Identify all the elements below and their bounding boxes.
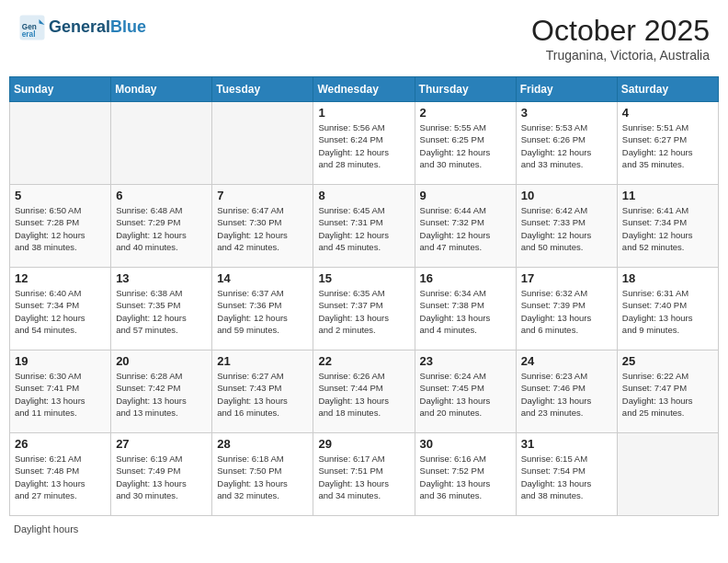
calendar-dow-wednesday: Wednesday	[313, 77, 415, 102]
calendar-cell: 21Sunrise: 6:27 AM Sunset: 7:43 PM Dayli…	[212, 350, 313, 433]
calendar-dow-thursday: Thursday	[415, 77, 516, 102]
day-info: Sunrise: 6:21 AM Sunset: 7:48 PM Dayligh…	[15, 453, 106, 501]
calendar-cell: 4Sunrise: 5:51 AM Sunset: 6:27 PM Daylig…	[617, 102, 718, 185]
calendar-cell: 2Sunrise: 5:55 AM Sunset: 6:25 PM Daylig…	[415, 102, 516, 185]
day-info: Sunrise: 6:31 AM Sunset: 7:40 PM Dayligh…	[622, 287, 713, 336]
day-number: 16	[420, 271, 511, 285]
calendar-week-row: 19Sunrise: 6:30 AM Sunset: 7:41 PM Dayli…	[10, 350, 719, 433]
day-info: Sunrise: 6:19 AM Sunset: 7:49 PM Dayligh…	[116, 453, 207, 501]
calendar-cell: 27Sunrise: 6:19 AM Sunset: 7:49 PM Dayli…	[111, 433, 212, 516]
calendar-cell: 18Sunrise: 6:31 AM Sunset: 7:40 PM Dayli…	[617, 268, 718, 350]
calendar-week-row: 26Sunrise: 6:21 AM Sunset: 7:48 PM Dayli…	[10, 433, 719, 516]
day-info: Sunrise: 6:45 AM Sunset: 7:31 PM Dayligh…	[318, 204, 409, 253]
day-number: 4	[622, 106, 713, 120]
calendar-cell: 6Sunrise: 6:48 AM Sunset: 7:29 PM Daylig…	[111, 185, 212, 268]
calendar-cell: 7Sunrise: 6:47 AM Sunset: 7:30 PM Daylig…	[212, 185, 313, 268]
day-number: 26	[15, 437, 106, 451]
logo-text: GeneralBlue	[49, 18, 146, 37]
day-info: Sunrise: 6:38 AM Sunset: 7:35 PM Dayligh…	[116, 287, 207, 336]
day-info: Sunrise: 5:51 AM Sunset: 6:27 PM Dayligh…	[622, 121, 713, 170]
calendar-week-row: 5Sunrise: 6:50 AM Sunset: 7:28 PM Daylig…	[10, 185, 719, 268]
calendar-dow-friday: Friday	[516, 77, 617, 102]
day-number: 3	[521, 106, 612, 120]
calendar-cell	[617, 433, 718, 516]
calendar-cell: 20Sunrise: 6:28 AM Sunset: 7:42 PM Dayli…	[111, 350, 212, 433]
day-number: 20	[116, 354, 207, 368]
day-info: Sunrise: 6:16 AM Sunset: 7:52 PM Dayligh…	[420, 453, 511, 501]
day-info: Sunrise: 6:35 AM Sunset: 7:37 PM Dayligh…	[318, 287, 409, 336]
day-info: Sunrise: 6:34 AM Sunset: 7:38 PM Dayligh…	[420, 287, 511, 336]
svg-text:eral: eral	[22, 30, 36, 39]
day-info: Sunrise: 6:48 AM Sunset: 7:29 PM Dayligh…	[116, 204, 207, 253]
day-info: Sunrise: 6:22 AM Sunset: 7:47 PM Dayligh…	[622, 370, 713, 419]
logo-icon: Gen eral	[18, 14, 46, 41]
day-info: Sunrise: 6:26 AM Sunset: 7:44 PM Dayligh…	[318, 370, 409, 419]
day-info: Sunrise: 6:47 AM Sunset: 7:30 PM Dayligh…	[217, 204, 308, 253]
calendar-cell: 17Sunrise: 6:32 AM Sunset: 7:39 PM Dayli…	[516, 268, 617, 350]
calendar-cell	[111, 102, 212, 185]
day-info: Sunrise: 6:17 AM Sunset: 7:51 PM Dayligh…	[318, 453, 409, 501]
daylight-label: Daylight hours	[14, 523, 78, 534]
day-number: 6	[116, 189, 207, 202]
calendar-cell: 16Sunrise: 6:34 AM Sunset: 7:38 PM Dayli…	[415, 268, 516, 350]
calendar-cell: 22Sunrise: 6:26 AM Sunset: 7:44 PM Dayli…	[313, 350, 415, 433]
day-number: 17	[521, 271, 612, 285]
calendar-cell: 10Sunrise: 6:42 AM Sunset: 7:33 PM Dayli…	[516, 185, 617, 268]
day-number: 8	[318, 189, 409, 202]
day-number: 13	[116, 271, 207, 285]
day-info: Sunrise: 6:24 AM Sunset: 7:45 PM Dayligh…	[420, 370, 511, 419]
day-number: 25	[622, 354, 713, 368]
day-info: Sunrise: 5:55 AM Sunset: 6:25 PM Dayligh…	[420, 121, 511, 170]
day-number: 5	[15, 189, 106, 202]
day-number: 21	[217, 354, 308, 368]
day-info: Sunrise: 6:42 AM Sunset: 7:33 PM Dayligh…	[521, 204, 612, 253]
calendar-cell: 14Sunrise: 6:37 AM Sunset: 7:36 PM Dayli…	[212, 268, 313, 350]
day-number: 15	[318, 271, 409, 285]
title-area: October 2025 Truganina, Victoria, Austra…	[531, 14, 710, 63]
calendar-table: SundayMondayTuesdayWednesdayThursdayFrid…	[9, 76, 719, 516]
calendar-cell: 8Sunrise: 6:45 AM Sunset: 7:31 PM Daylig…	[313, 185, 415, 268]
footer: Daylight hours	[9, 523, 719, 534]
calendar-cell: 25Sunrise: 6:22 AM Sunset: 7:47 PM Dayli…	[617, 350, 718, 433]
day-info: Sunrise: 6:27 AM Sunset: 7:43 PM Dayligh…	[217, 370, 308, 419]
day-number: 10	[521, 189, 612, 202]
day-number: 1	[318, 106, 409, 120]
calendar-week-row: 1Sunrise: 5:56 AM Sunset: 6:24 PM Daylig…	[10, 102, 719, 185]
calendar-dow-tuesday: Tuesday	[212, 77, 313, 102]
calendar-cell: 23Sunrise: 6:24 AM Sunset: 7:45 PM Dayli…	[415, 350, 516, 433]
calendar-cell: 24Sunrise: 6:23 AM Sunset: 7:46 PM Dayli…	[516, 350, 617, 433]
day-info: Sunrise: 5:53 AM Sunset: 6:26 PM Dayligh…	[521, 121, 612, 170]
day-number: 2	[420, 106, 511, 120]
calendar-cell: 1Sunrise: 5:56 AM Sunset: 6:24 PM Daylig…	[313, 102, 415, 185]
calendar-cell: 9Sunrise: 6:44 AM Sunset: 7:32 PM Daylig…	[415, 185, 516, 268]
calendar-cell: 26Sunrise: 6:21 AM Sunset: 7:48 PM Dayli…	[10, 433, 111, 516]
day-info: Sunrise: 6:32 AM Sunset: 7:39 PM Dayligh…	[521, 287, 612, 336]
day-info: Sunrise: 6:28 AM Sunset: 7:42 PM Dayligh…	[116, 370, 207, 419]
calendar-cell: 28Sunrise: 6:18 AM Sunset: 7:50 PM Dayli…	[212, 433, 313, 516]
day-info: Sunrise: 6:18 AM Sunset: 7:50 PM Dayligh…	[217, 453, 308, 501]
calendar-cell: 19Sunrise: 6:30 AM Sunset: 7:41 PM Dayli…	[10, 350, 111, 433]
day-number: 28	[217, 437, 308, 451]
day-info: Sunrise: 6:37 AM Sunset: 7:36 PM Dayligh…	[217, 287, 308, 336]
day-number: 11	[622, 189, 713, 202]
logo: Gen eral GeneralBlue	[18, 14, 146, 41]
day-number: 24	[521, 354, 612, 368]
calendar-header-row: SundayMondayTuesdayWednesdayThursdayFrid…	[10, 77, 719, 102]
calendar-cell: 3Sunrise: 5:53 AM Sunset: 6:26 PM Daylig…	[516, 102, 617, 185]
calendar-week-row: 12Sunrise: 6:40 AM Sunset: 7:34 PM Dayli…	[10, 268, 719, 350]
calendar-cell: 30Sunrise: 6:16 AM Sunset: 7:52 PM Dayli…	[415, 433, 516, 516]
day-number: 30	[420, 437, 511, 451]
page-header: Gen eral GeneralBlue October 2025 Trugan…	[9, 9, 719, 67]
location: Truganina, Victoria, Australia	[531, 48, 710, 63]
day-number: 22	[318, 354, 409, 368]
day-info: Sunrise: 6:50 AM Sunset: 7:28 PM Dayligh…	[15, 204, 106, 253]
day-number: 31	[521, 437, 612, 451]
day-info: Sunrise: 6:15 AM Sunset: 7:54 PM Dayligh…	[521, 453, 612, 501]
calendar-cell: 29Sunrise: 6:17 AM Sunset: 7:51 PM Dayli…	[313, 433, 415, 516]
calendar-cell: 11Sunrise: 6:41 AM Sunset: 7:34 PM Dayli…	[617, 185, 718, 268]
day-number: 27	[116, 437, 207, 451]
day-number: 18	[622, 271, 713, 285]
day-info: Sunrise: 6:23 AM Sunset: 7:46 PM Dayligh…	[521, 370, 612, 419]
day-info: Sunrise: 6:41 AM Sunset: 7:34 PM Dayligh…	[622, 204, 713, 253]
day-info: Sunrise: 6:40 AM Sunset: 7:34 PM Dayligh…	[15, 287, 106, 336]
